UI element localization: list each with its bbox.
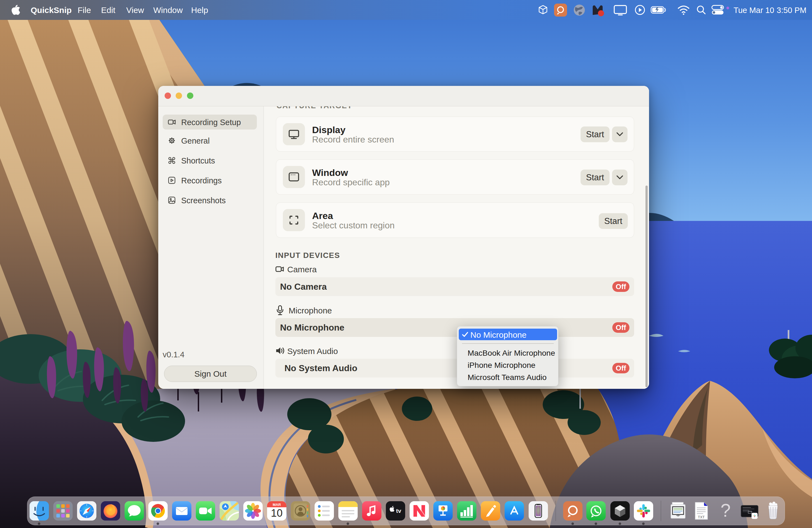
- svg-text:MAR: MAR: [273, 503, 281, 507]
- svg-text:10: 10: [271, 507, 282, 519]
- svg-text:tv: tv: [396, 508, 401, 514]
- svg-text:TXT: TXT: [698, 515, 705, 519]
- svg-text:?: ?: [721, 501, 731, 520]
